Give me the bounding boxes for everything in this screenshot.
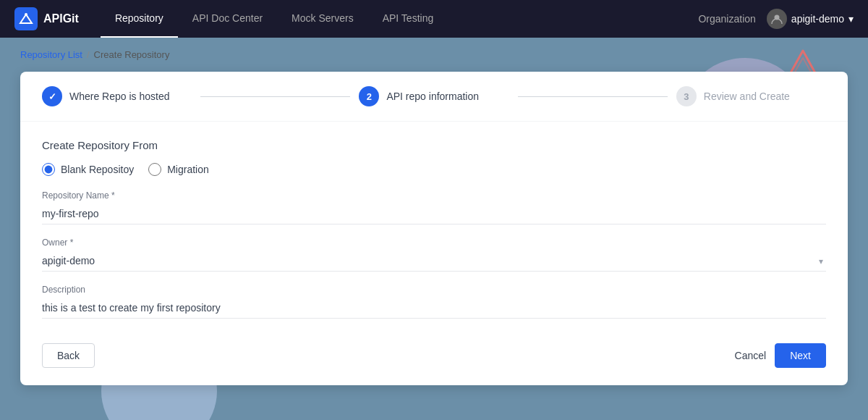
- user-menu-chevron: ▾: [848, 13, 854, 25]
- back-button[interactable]: Back: [42, 343, 95, 368]
- owner-group: Owner * apigit-demo ▾: [42, 238, 826, 272]
- step-2: 2 API repo information: [359, 86, 509, 106]
- repo-name-input[interactable]: [42, 203, 826, 224]
- owner-label: Owner *: [42, 238, 826, 248]
- nav-repository[interactable]: Repository: [101, 0, 178, 38]
- repo-name-group: Repository Name *: [42, 190, 826, 224]
- owner-select[interactable]: apigit-demo: [42, 251, 826, 272]
- description-label: Description: [42, 285, 826, 295]
- cancel-button[interactable]: Cancel: [735, 350, 767, 361]
- step-line-1: [200, 96, 350, 97]
- brand-logo: [14, 7, 38, 30]
- stepper: ✓ Where Repo is hosted 2 API repo inform…: [20, 72, 848, 122]
- wizard-card: ✓ Where Repo is hosted 2 API repo inform…: [20, 72, 848, 385]
- form-body: Create Repository From Blank Repositoy M…: [20, 122, 848, 385]
- radio-migration-input[interactable]: [148, 163, 161, 176]
- user-menu[interactable]: apigit-demo ▾: [767, 9, 854, 29]
- nav-links: Repository API Doc Center Mock Servers A…: [101, 0, 699, 38]
- svg-rect-0: [14, 7, 38, 30]
- step-2-circle: 2: [359, 86, 379, 106]
- nav-api-testing[interactable]: API Testing: [368, 0, 448, 38]
- step-2-label: API repo information: [386, 91, 479, 102]
- step-1-label: Where Repo is hosted: [69, 91, 170, 102]
- nav-right: Organization apigit-demo ▾: [698, 9, 854, 29]
- nav-api-doc-center[interactable]: API Doc Center: [178, 0, 277, 38]
- breadcrumb-current-page: Create Repository: [94, 49, 170, 60]
- step-1: ✓ Where Repo is hosted: [42, 86, 192, 106]
- nav-mock-servers[interactable]: Mock Servers: [277, 0, 368, 38]
- user-name: apigit-demo: [791, 13, 844, 25]
- organization-link[interactable]: Organization: [698, 13, 755, 25]
- user-avatar: [767, 9, 787, 29]
- description-input[interactable]: [42, 298, 826, 319]
- form-section-title: Create Repository From: [42, 139, 826, 151]
- breadcrumb: Repository List / Create Repository: [20, 49, 848, 60]
- radio-migration[interactable]: Migration: [148, 163, 209, 176]
- owner-select-wrapper: apigit-demo ▾: [42, 251, 826, 272]
- footer-actions: Back Cancel Next: [42, 332, 826, 368]
- footer-right: Cancel Next: [735, 343, 826, 368]
- step-1-circle: ✓: [42, 86, 62, 106]
- radio-group: Blank Repositoy Migration: [42, 163, 826, 176]
- radio-blank-input[interactable]: [42, 163, 55, 176]
- brand-name: APIGit: [43, 12, 79, 25]
- description-group: Description: [42, 285, 826, 319]
- next-button[interactable]: Next: [775, 343, 826, 368]
- step-3: 3 Review and Create: [676, 86, 826, 106]
- repo-name-label: Repository Name *: [42, 190, 826, 201]
- brand: APIGit: [14, 7, 79, 30]
- step-line-2: [518, 96, 668, 97]
- svg-point-1: [25, 13, 27, 16]
- step-3-label: Review and Create: [704, 91, 790, 102]
- navbar: APIGit Repository API Doc Center Mock Se…: [0, 0, 868, 38]
- radio-migration-label: Migration: [167, 164, 209, 175]
- main-content: Repository List / Create Repository ✓ Wh…: [0, 38, 868, 397]
- breadcrumb-repo-list[interactable]: Repository List: [20, 49, 82, 60]
- radio-blank[interactable]: Blank Repositoy: [42, 163, 134, 176]
- breadcrumb-separator: /: [87, 49, 90, 60]
- radio-blank-label: Blank Repositoy: [61, 164, 134, 175]
- step-3-circle: 3: [676, 86, 697, 106]
